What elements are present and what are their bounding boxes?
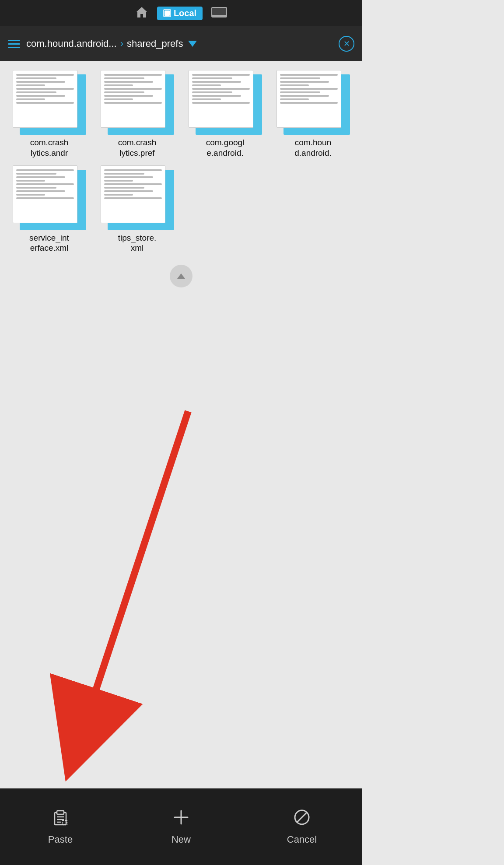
close-button[interactable]: ✕ [339, 36, 354, 52]
list-item[interactable]: service_interface.xml [7, 165, 91, 254]
file-thumbnail [13, 70, 86, 135]
file-grid-row1: com.crashlytics.andr [7, 70, 355, 165]
list-item[interactable]: com.crashlytics.pref [95, 70, 179, 158]
file-name: com.crashlytics.pref [118, 137, 157, 158]
cancel-label: Cancel [287, 834, 317, 845]
status-bar: Local [0, 0, 362, 26]
home-icon [135, 6, 148, 20]
file-name: tips_store.xml [118, 233, 157, 254]
main-content: com.crashlytics.andr [0, 61, 362, 788]
file-name: com.crashlytics.andr [30, 137, 69, 158]
file-thumbnail [101, 165, 174, 230]
local-badge: Local [157, 7, 203, 20]
svg-rect-4 [212, 8, 226, 15]
file-name: com.hound.android. [294, 137, 332, 158]
close-icon: ✕ [343, 39, 350, 49]
breadcrumb: com.hound.android... › shared_prefs [26, 38, 332, 49]
file-name: com.google.android. [206, 137, 245, 158]
svg-rect-5 [217, 16, 222, 17]
file-thumbnail [13, 165, 86, 230]
list-item[interactable]: com.google.android. [183, 70, 267, 158]
hamburger-menu-icon[interactable] [8, 40, 20, 48]
bottom-toolbar: Paste New Cancel [0, 788, 362, 865]
file-thumbnail [189, 70, 262, 135]
svg-line-18 [298, 813, 306, 822]
file-thumbnail [101, 70, 174, 135]
new-icon [172, 808, 190, 830]
remote-icon [211, 7, 227, 19]
cancel-button[interactable]: Cancel [242, 808, 362, 845]
list-item[interactable]: tips_store.xml [95, 165, 179, 254]
local-label: Local [174, 8, 196, 18]
svg-rect-10 [57, 811, 64, 814]
paste-button[interactable]: Paste [0, 808, 121, 845]
file-name: service_interface.xml [29, 233, 69, 254]
sort-triangle-icon [188, 41, 197, 47]
paste-label: Paste [48, 834, 73, 845]
list-item[interactable]: com.hound.android. [271, 70, 355, 158]
new-button[interactable]: New [121, 808, 242, 845]
file-grid-row2: service_interface.xml [7, 165, 355, 261]
svg-marker-0 [136, 7, 147, 18]
cancel-icon [293, 808, 311, 830]
paste-icon [51, 808, 70, 830]
svg-marker-6 [177, 273, 185, 279]
list-item[interactable]: com.crashlytics.andr [7, 70, 91, 158]
breadcrumb-path: com.hound.android... [26, 38, 117, 49]
new-label: New [172, 834, 191, 845]
breadcrumb-chevron: › [120, 38, 123, 49]
scroll-indicator [7, 265, 355, 287]
file-thumbnail [276, 70, 350, 135]
header-bar: com.hound.android... › shared_prefs ✕ [0, 26, 362, 61]
breadcrumb-current: shared_prefs [127, 38, 183, 49]
file-area: com.crashlytics.andr [0, 61, 362, 296]
svg-line-8 [81, 411, 188, 735]
svg-rect-2 [164, 11, 170, 16]
scroll-up-button[interactable] [170, 265, 192, 287]
